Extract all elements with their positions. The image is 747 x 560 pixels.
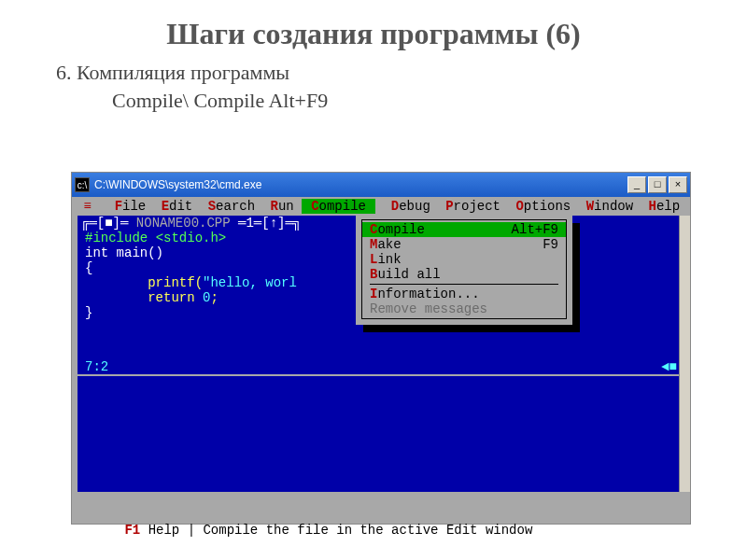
slide-subtitle-2: Compile\ Compile Alt+F9 <box>112 89 747 113</box>
dd-remove-messages: Remove messages <box>362 301 566 316</box>
close-button[interactable]: × <box>669 176 687 193</box>
output-panel <box>78 376 684 492</box>
dd-compile[interactable]: Compile Alt+F9 <box>362 222 566 237</box>
window-title: C:\WINDOWS\system32\cmd.exe <box>94 178 627 191</box>
menu-file[interactable]: File <box>106 199 146 214</box>
menu-help[interactable]: Help <box>641 199 680 214</box>
window-titlebar[interactable]: c:\ C:\WINDOWS\system32\cmd.exe _ □ × <box>72 173 690 197</box>
cmd-icon: c:\ <box>75 177 90 192</box>
menu-search[interactable]: Search <box>200 199 255 214</box>
ide-menubar[interactable]: ≡ File Edit Search Run Compile Debug Pro… <box>72 197 690 216</box>
menu-debug[interactable]: Debug <box>383 199 430 214</box>
editor-frame-bottom: 7:2 ◄■ <box>78 359 684 374</box>
status-text: Help | Compile the file in the active Ed… <box>140 523 532 538</box>
scroll-hint: ◄■ <box>661 359 677 374</box>
minimize-button[interactable]: _ <box>627 176 646 193</box>
menu-edit[interactable]: Edit <box>153 199 192 214</box>
status-f1[interactable]: F1 <box>124 523 140 538</box>
dd-information[interactable]: Information... <box>362 287 566 301</box>
menu-options[interactable]: Options <box>508 199 571 214</box>
slide-subtitle-1: 6. Компиляция программы <box>56 61 747 85</box>
dd-separator <box>370 284 558 285</box>
maximize-button[interactable]: □ <box>648 176 667 193</box>
cmd-window: c:\ C:\WINDOWS\system32\cmd.exe _ □ × ≡ … <box>71 172 691 525</box>
menu-project[interactable]: Project <box>438 199 500 214</box>
compile-dropdown: Compile Alt+F9 Make F9 Link Build all <box>356 216 572 325</box>
menu-window[interactable]: Window <box>578 199 633 214</box>
vertical-scrollbar[interactable] <box>679 216 690 492</box>
terminal-area: ≡ File Edit Search Run Compile Debug Pro… <box>72 197 690 524</box>
slide-title: Шаги создания программы (6) <box>0 17 747 51</box>
editor-filename: NONAME00.CPP <box>128 216 238 231</box>
cursor-position: 7:2 <box>85 359 108 374</box>
dd-make[interactable]: Make F9 <box>362 237 566 252</box>
menu-run[interactable]: Run <box>262 199 294 214</box>
dd-link[interactable]: Link <box>362 252 566 267</box>
menu-system[interactable]: ≡ <box>76 199 99 214</box>
ide-statusbar: F1 Help | Compile the file in the active… <box>72 507 690 524</box>
dd-build-all[interactable]: Build all <box>362 267 566 282</box>
menu-compile[interactable]: Compile <box>302 199 376 214</box>
